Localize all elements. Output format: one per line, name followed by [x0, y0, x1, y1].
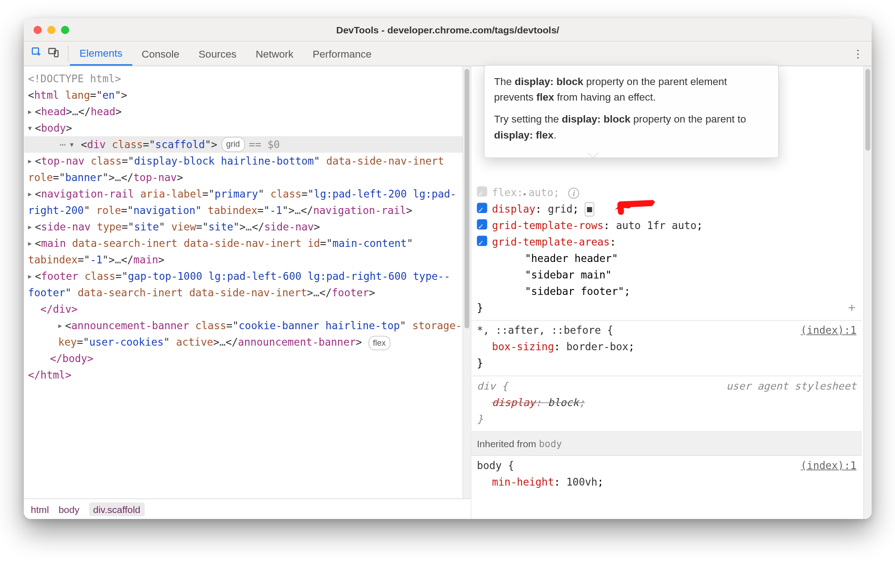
prop-display-block-overridden: display: block;	[492, 394, 857, 411]
svg-rect-2	[54, 50, 58, 57]
expand-caret-icon[interactable]	[28, 235, 35, 251]
tab-performance[interactable]: Performance	[303, 42, 381, 66]
inspect-element-icon[interactable]	[31, 46, 43, 61]
styles-rules: flex:▸auto; i display: grid; ▦ grid-temp…	[471, 183, 872, 495]
prop-display-grid[interactable]: display: grid; ▦	[492, 201, 857, 217]
rule-close: }	[477, 299, 857, 316]
ua-label: user agent stylesheet	[726, 378, 856, 394]
add-property-icon[interactable]: ＋	[845, 298, 857, 317]
devtools-window: DevTools - developer.chrome.com/tags/dev…	[24, 18, 872, 519]
breadcrumb: html body div.scaffold	[24, 498, 471, 519]
device-toggle-icon[interactable]	[47, 46, 59, 61]
more-options-icon[interactable]: ⋮	[844, 42, 871, 66]
tab-sources[interactable]: Sources	[189, 42, 246, 66]
doctype-node[interactable]: <!DOCTYPE html>	[24, 70, 471, 87]
gta-value-line[interactable]: "header header"	[525, 250, 857, 267]
property-checkbox[interactable]	[477, 187, 487, 197]
selector[interactable]: *, ::after, ::before {	[477, 322, 857, 339]
crumb-body[interactable]: body	[58, 503, 79, 514]
crumb-scaffold[interactable]: div.scaffold	[89, 502, 144, 516]
expand-caret-icon[interactable]	[58, 317, 65, 334]
property-checkbox[interactable]	[477, 203, 487, 214]
titlebar: DevTools - developer.chrome.com/tags/dev…	[24, 18, 872, 42]
dom-tree[interactable]: <!DOCTYPE html> <html lang="en"> <head>……	[24, 66, 471, 498]
head-node[interactable]: <head>…</head>	[24, 103, 471, 120]
tab-elements[interactable]: Elements	[70, 42, 132, 66]
toolbar-separator	[68, 46, 69, 62]
property-checkbox[interactable]	[477, 236, 487, 246]
html-close-node[interactable]: </html>	[24, 367, 471, 383]
collapse-caret-icon[interactable]	[70, 136, 76, 153]
expand-caret-icon[interactable]	[28, 186, 35, 202]
close-window-button[interactable]	[33, 26, 42, 34]
source-link[interactable]: (index):1	[800, 458, 856, 474]
grid-editor-icon[interactable]: ▦	[585, 202, 594, 217]
console-ref: == $0	[248, 136, 280, 153]
navrail-node[interactable]: <navigation-rail aria-label="primary" cl…	[24, 186, 471, 219]
rule-universal[interactable]: (index):1 *, ::after, ::before { box-siz…	[471, 321, 862, 377]
topnav-node[interactable]: <top-nav class="display-block hairline-b…	[24, 153, 471, 186]
expand-caret-icon[interactable]	[28, 103, 35, 120]
property-checkbox[interactable]	[477, 219, 487, 230]
gta-value-line[interactable]: "sidebar main"	[525, 267, 857, 283]
flex-badge[interactable]: flex	[368, 336, 390, 351]
expand-caret-icon[interactable]	[28, 153, 35, 169]
rule-body[interactable]: (index):1 body { min-height: 100vh;	[471, 456, 862, 495]
zoom-window-button[interactable]	[61, 26, 69, 34]
info-hint-icon[interactable]: i	[568, 187, 579, 198]
prop-flex-inactive[interactable]: flex:▸auto; i	[492, 184, 857, 201]
property-hint-tooltip: The display: block property on the paren…	[484, 65, 779, 158]
tab-console[interactable]: Console	[132, 42, 189, 66]
prop-min-height[interactable]: min-height: 100vh;	[492, 474, 857, 491]
dom-scrollbar[interactable]	[462, 66, 470, 498]
main-node[interactable]: <main data-search-inert data-side-nav-in…	[24, 235, 471, 268]
collapse-caret-icon[interactable]	[28, 120, 35, 136]
scrollbar-thumb[interactable]	[865, 69, 870, 150]
div-close-node[interactable]: </div>	[24, 301, 471, 317]
prop-grid-template-rows[interactable]: grid-template-rows: auto 1fr auto;	[492, 217, 857, 234]
window-title: DevTools - developer.chrome.com/tags/dev…	[24, 24, 872, 35]
svg-rect-0	[32, 48, 38, 54]
selector[interactable]: body {	[477, 458, 857, 474]
rule-scaffold[interactable]: flex:▸auto; i display: grid; ▦ grid-temp…	[471, 183, 862, 321]
panels-container: <!DOCTYPE html> <html lang="en"> <head>……	[24, 66, 872, 519]
selected-node-scaffold[interactable]: <div class="scaffold"> grid == $0	[24, 136, 471, 153]
main-toolbar: Elements Console Sources Network Perform…	[24, 42, 872, 66]
announcement-node[interactable]: <announcement-banner class="cookie-banne…	[24, 317, 471, 350]
body-open-node[interactable]: <body>	[24, 120, 471, 136]
source-link[interactable]: (index):1	[800, 322, 856, 339]
body-close-node[interactable]: </body>	[24, 350, 471, 367]
rule-close: }	[477, 355, 857, 372]
rule-user-agent-div[interactable]: user agent stylesheet div { display: blo…	[471, 376, 862, 432]
html-open-node[interactable]: <html lang="en">	[24, 87, 471, 103]
footer-node[interactable]: <footer class="gap-top-1000 lg:pad-left-…	[24, 268, 471, 301]
expand-caret-icon[interactable]	[28, 219, 35, 235]
expand-caret-icon[interactable]	[28, 268, 35, 284]
crumb-html[interactable]: html	[31, 503, 49, 514]
rule-close: }	[477, 411, 857, 427]
prop-box-sizing[interactable]: box-sizing: border-box;	[492, 339, 857, 355]
sidenav-node[interactable]: <side-nav type="site" view="site">…</sid…	[24, 219, 471, 235]
prop-grid-template-areas[interactable]: grid-template-areas:	[492, 234, 857, 250]
traffic-lights	[33, 26, 69, 34]
styles-scrollbar[interactable]	[863, 66, 871, 519]
tab-network[interactable]: Network	[246, 42, 303, 66]
gta-value-line[interactable]: "sidebar footer";	[525, 283, 857, 299]
elements-panel: <!DOCTYPE html> <html lang="en"> <head>……	[24, 66, 471, 519]
scrollbar-thumb[interactable]	[464, 69, 469, 328]
minimize-window-button[interactable]	[47, 26, 55, 34]
panel-tabs: Elements Console Sources Network Perform…	[70, 42, 381, 66]
inherited-from-header: Inherited from body	[471, 432, 862, 456]
styles-panel: The display: block property on the paren…	[471, 66, 872, 519]
grid-badge[interactable]: grid	[221, 137, 244, 152]
